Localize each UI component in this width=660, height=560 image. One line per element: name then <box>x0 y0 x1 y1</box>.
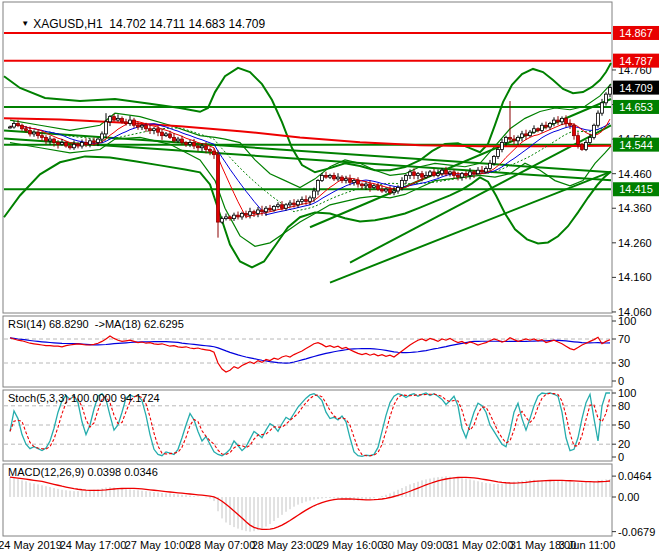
price-badge-label: 14.415 <box>619 183 653 195</box>
price-badge-label: 14.544 <box>619 139 653 151</box>
rsi-line <box>10 336 610 372</box>
chart-window: ▼XAGUSD,H1 14.702 14.711 14.683 14.709 R… <box>0 0 660 560</box>
stoch-scale-label: 50 <box>618 419 630 431</box>
macd-scale-label: 0.0464 <box>618 470 652 482</box>
stoch-scale-label: 100 <box>618 387 636 399</box>
time-axis-label: 31 May 02:00 <box>447 539 514 551</box>
price-badge-label: 14.653 <box>619 101 653 113</box>
price-scale-label: 14.160 <box>618 271 652 283</box>
stoch-scale-label: 0 <box>618 451 624 463</box>
symbol-title: XAGUSD,H1 <box>33 17 102 31</box>
time-axis-label: 28 May 23:00 <box>252 539 319 551</box>
macd-signal-line <box>10 477 610 529</box>
symbol-dropdown-icon[interactable]: ▼ <box>21 19 29 28</box>
price-scale-label: 14.260 <box>618 237 652 249</box>
rsi-scale-label: 0 <box>618 375 624 387</box>
time-axis-label: 29 May 16:00 <box>317 539 384 551</box>
price-badge-label: 14.787 <box>619 55 653 67</box>
time-axis-label: 27 May 10:00 <box>125 539 192 551</box>
price-scale-label: 14.460 <box>618 168 652 180</box>
ohlc-values: 14.702 14.711 14.683 14.709 <box>109 17 265 31</box>
stoch-scale-label: 20 <box>618 438 630 450</box>
time-axis-label: 24 May 2019 <box>0 539 62 551</box>
price-badge-label: 14.867 <box>619 27 653 39</box>
time-axis-label: 30 May 09:00 <box>382 539 449 551</box>
rsi-indicator-label: RSI(14) 68.8290 ->MA(18) 62.6295 <box>8 318 184 330</box>
time-axis: 24 May 201924 May 17:0027 May 10:0028 Ma… <box>0 539 660 555</box>
macd-histogram <box>10 476 610 531</box>
macd-scale-label: -0.0679 <box>618 526 655 538</box>
stoch-scale-label: 80 <box>618 400 630 412</box>
price-scale-label: 14.360 <box>618 202 652 214</box>
rsi-ma-line <box>10 338 610 363</box>
rsi-scale-label: 100 <box>618 315 636 327</box>
time-axis-label: 3 Jun 11:00 <box>559 539 616 551</box>
macd-scale-label: 0.00 <box>618 491 639 503</box>
stoch-indicator-label: Stoch(5,3,3) 100.0000 94.1724 <box>8 392 160 404</box>
macd-indicator-label: MACD(12,26,9) 0.0398 0.0346 <box>8 466 158 478</box>
price-badge-label: 14.709 <box>619 82 653 94</box>
time-axis-label: 28 May 07:00 <box>189 539 256 551</box>
rsi-scale-label: 30 <box>618 357 630 369</box>
rsi-scale-label: 70 <box>618 333 630 345</box>
time-axis-label: 24 May 17:00 <box>60 539 127 551</box>
chart-header: ▼XAGUSD,H1 14.702 14.711 14.683 14.709 <box>8 3 265 45</box>
